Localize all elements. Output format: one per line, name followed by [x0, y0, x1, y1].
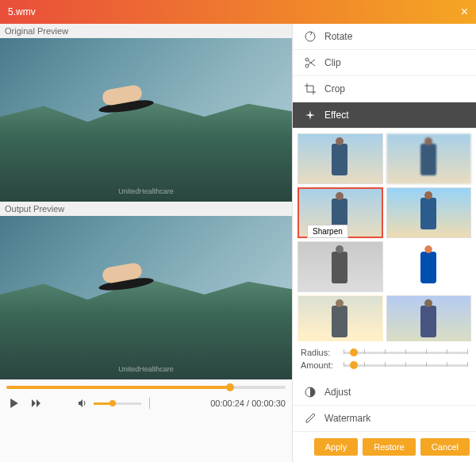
preview-panel: Original Preview UnitedHealthcare Output…	[0, 24, 292, 462]
output-preview-label: Output Preview	[0, 202, 292, 216]
rotate-icon	[304, 30, 317, 43]
effect-thumbnail[interactable]	[298, 241, 383, 292]
time-display: 00:00:24 / 00:00:30	[210, 398, 286, 408]
scissors-icon	[304, 56, 317, 69]
progress-bar[interactable]	[6, 386, 286, 389]
amount-slider[interactable]	[344, 364, 468, 367]
effect-thumbnail[interactable]	[298, 295, 383, 341]
footer-buttons: Apply Restore Cancel	[293, 432, 476, 462]
tab-effect[interactable]: Effect	[293, 102, 476, 129]
fast-forward-icon[interactable]	[29, 395, 44, 411]
tab-watermark[interactable]: Watermark	[293, 406, 476, 432]
effect-thumbnail[interactable]	[386, 241, 472, 292]
crop-icon	[304, 83, 317, 95]
apply-button[interactable]: Apply	[314, 438, 359, 456]
volume-slider[interactable]	[94, 402, 141, 405]
effect-thumbnail[interactable]	[386, 133, 472, 184]
effect-thumbnail[interactable]	[386, 187, 472, 238]
effects-grid: Sharpen	[293, 129, 476, 341]
tab-crop[interactable]: Crop	[293, 76, 476, 102]
effect-thumbnail[interactable]	[298, 133, 383, 184]
watermark-text: UnitedHealthcare	[118, 187, 174, 195]
restore-button[interactable]: Restore	[363, 438, 416, 456]
contrast-icon	[304, 386, 317, 398]
sparkle-icon	[304, 109, 317, 121]
cancel-button[interactable]: Cancel	[420, 438, 470, 456]
tab-rotate[interactable]: Rotate	[293, 24, 476, 50]
volume-icon[interactable]	[75, 395, 90, 411]
effect-thumbnail[interactable]	[386, 295, 472, 341]
effect-thumbnail-sharpen[interactable]: Sharpen	[298, 187, 383, 238]
amount-label: Amount:	[301, 360, 339, 370]
svg-point-0	[305, 32, 315, 41]
window-title: 5.wmv	[8, 6, 36, 17]
close-icon[interactable]: ×	[461, 5, 468, 19]
edit-panel: Rotate Clip Crop Effect Sharpen	[292, 24, 476, 462]
effect-tooltip: Sharpen	[307, 225, 348, 238]
radius-label: Radius:	[301, 348, 339, 357]
output-preview: UnitedHealthcare	[0, 216, 292, 379]
titlebar: 5.wmv ×	[0, 0, 476, 24]
tab-adjust[interactable]: Adjust	[293, 379, 476, 406]
watermark-text: UnitedHealthcare	[118, 365, 174, 373]
original-preview: UnitedHealthcare	[0, 38, 292, 202]
original-preview-label: Original Preview	[0, 24, 292, 38]
tab-clip[interactable]: Clip	[293, 50, 476, 76]
radius-slider[interactable]	[344, 352, 468, 354]
brush-icon	[304, 412, 317, 425]
play-icon[interactable]	[6, 395, 22, 411]
